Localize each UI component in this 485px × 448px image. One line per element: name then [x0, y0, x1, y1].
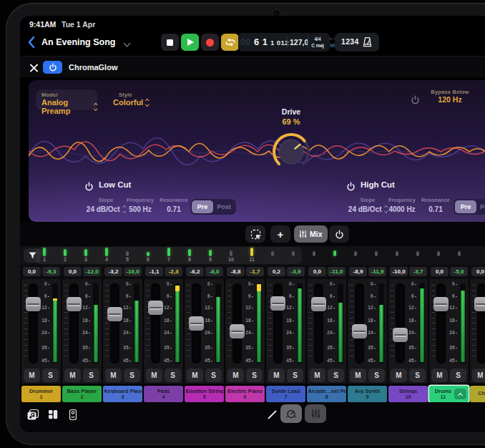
volume-readout[interactable]: 0,0	[431, 267, 449, 276]
mute-button[interactable]: M	[187, 369, 203, 382]
metronome-icon[interactable]	[362, 36, 373, 48]
solo-button[interactable]: S	[124, 369, 140, 382]
peak-readout[interactable]: -11,9	[368, 267, 386, 276]
fader-handle[interactable]	[433, 297, 449, 311]
mute-button[interactable]: M	[227, 369, 244, 382]
peak-readout[interactable]: -12,0	[83, 267, 101, 276]
fader-handle[interactable]	[311, 297, 326, 311]
mute-button[interactable]: M	[431, 369, 448, 382]
controls-view-button[interactable]	[280, 404, 302, 423]
fader-handle[interactable]	[270, 296, 285, 311]
drive-knob[interactable]	[271, 132, 311, 172]
plugin-power-button[interactable]	[43, 61, 62, 74]
solo-button[interactable]: S	[83, 369, 99, 382]
pencil-button[interactable]	[263, 406, 280, 423]
cycle-button[interactable]	[221, 34, 239, 51]
back-icon[interactable]	[27, 36, 36, 49]
volume-readout[interactable]: -8,9	[349, 267, 367, 276]
collapse-chevron-button[interactable]	[454, 389, 466, 399]
mute-button[interactable]: M	[309, 369, 325, 382]
solo-button[interactable]: S	[328, 369, 344, 382]
fader-handle[interactable]	[148, 301, 163, 315]
chevron-down-icon[interactable]	[124, 40, 131, 47]
model-selector[interactable]: Model Analog Preamp	[36, 89, 97, 110]
volume-readout[interactable]: -8,8	[227, 267, 245, 276]
stop-button[interactable]	[161, 34, 179, 51]
track-label[interactable]: Emotion Strings5	[185, 386, 224, 402]
solo-button[interactable]: S	[42, 369, 59, 382]
fader-handle[interactable]	[26, 297, 41, 311]
peak-readout[interactable]: -5,0	[450, 267, 468, 276]
fader-handle[interactable]	[352, 324, 367, 339]
post-button[interactable]: Post	[476, 200, 485, 213]
track-label[interactable]: Synth Lead7	[266, 386, 305, 402]
mute-button[interactable]: M	[391, 369, 407, 382]
count-in-button[interactable]: 1234	[341, 37, 359, 46]
bypass-power-button[interactable]	[411, 94, 420, 107]
peak-readout[interactable]: -2,3	[165, 267, 182, 276]
level-control[interactable]: Level 0.0	[479, 89, 485, 104]
volume-readout[interactable]: -3,2	[104, 267, 122, 276]
record-button[interactable]	[201, 34, 219, 51]
solo-button[interactable]: S	[165, 369, 181, 382]
track-label[interactable]: Chorus V	[470, 386, 485, 402]
browser-button[interactable]	[24, 406, 41, 423]
track-label[interactable]: Arp Synth9	[348, 386, 387, 402]
mixer-power-button[interactable]	[329, 225, 349, 243]
solo-button[interactable]: S	[368, 369, 385, 382]
blocks-button[interactable]	[44, 406, 62, 423]
peak-readout[interactable]: -3,9	[287, 267, 305, 276]
pre-button[interactable]: Pre	[455, 200, 476, 213]
marquee-button[interactable]	[245, 225, 265, 243]
fader-handle[interactable]	[393, 328, 408, 342]
track-label[interactable]: Keyboard Player3	[103, 386, 142, 402]
peak-readout[interactable]: -3,7	[409, 267, 427, 276]
track-label[interactable]: Strings10	[388, 386, 428, 402]
fader-handle[interactable]	[67, 297, 82, 311]
low-cut-power-button[interactable]	[84, 181, 94, 194]
faders-view-button[interactable]	[305, 404, 326, 423]
solo-button[interactable]: S	[450, 369, 466, 382]
close-icon[interactable]	[29, 63, 39, 72]
peak-readout[interactable]: -9,3	[42, 267, 60, 276]
solo-button[interactable]: S	[205, 369, 222, 382]
mute-button[interactable]: M	[64, 369, 81, 382]
style-selector[interactable]: Style Colorful	[109, 89, 159, 110]
track-label[interactable]: Electric Piano6	[225, 386, 265, 402]
mute-button[interactable]: M	[105, 369, 122, 382]
solo-button[interactable]: S	[246, 369, 263, 382]
track-label[interactable]: Bass Player2	[62, 386, 102, 402]
volume-readout[interactable]: 0,0	[64, 267, 82, 276]
volume-readout[interactable]: 0,0	[471, 267, 485, 276]
volume-readout[interactable]: 0,0	[308, 267, 326, 276]
fader-handle[interactable]	[230, 324, 245, 339]
mix-view-button[interactable]: Mix	[294, 225, 328, 243]
fader-handle[interactable]	[189, 316, 204, 331]
solo-button[interactable]: S	[409, 369, 426, 382]
plugin-tile-button[interactable]	[64, 406, 82, 423]
song-title[interactable]: An Evening Song	[41, 37, 115, 47]
low-cut-resonance[interactable]: Resonance 0.71	[154, 197, 194, 213]
bypass-below-control[interactable]: Bypass Below 120 Hz	[422, 89, 478, 104]
pre-button[interactable]: Pre	[192, 200, 213, 213]
peak-readout[interactable]: -11,0	[328, 267, 346, 276]
track-label[interactable]: Pads4	[144, 386, 183, 402]
mute-button[interactable]: M	[146, 369, 162, 382]
fader-handle[interactable]	[107, 307, 122, 321]
fader-handle[interactable]	[474, 297, 485, 311]
play-button[interactable]	[181, 34, 199, 51]
peak-readout[interactable]: -1,7	[246, 267, 264, 276]
mute-button[interactable]: M	[268, 369, 285, 382]
mute-button[interactable]: M	[350, 369, 366, 382]
mute-button[interactable]: M	[24, 369, 40, 382]
peak-readout[interactable]: -10,0	[124, 267, 142, 276]
volume-readout[interactable]: 0,0	[23, 267, 41, 276]
add-channel-button[interactable]: +	[270, 225, 290, 243]
mute-button[interactable]: M	[472, 369, 485, 382]
track-label[interactable]: Drums11	[429, 386, 469, 402]
volume-readout[interactable]: -10,0	[390, 267, 408, 276]
solo-button[interactable]: S	[287, 369, 303, 382]
volume-readout[interactable]: 0,2	[268, 267, 285, 276]
track-label[interactable]: Drummer1	[21, 386, 61, 402]
peak-readout[interactable]: -8,0	[205, 267, 223, 276]
